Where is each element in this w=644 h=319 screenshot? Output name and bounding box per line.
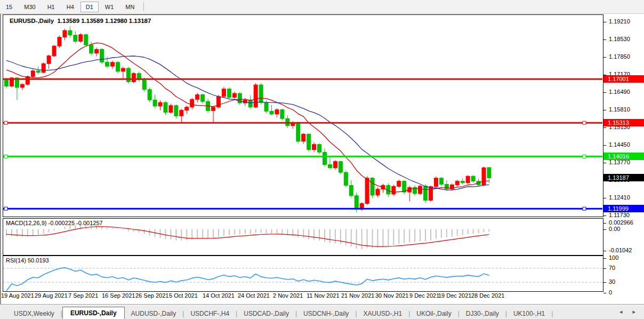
rsi-axis-label: 100 xyxy=(609,254,618,261)
toolbar-timeframe-mn[interactable]: MN xyxy=(120,2,140,12)
rsi-axis-label: 30 xyxy=(609,278,615,285)
chart-tab-usdchf-h4[interactable]: USDCHF-,H4 xyxy=(184,308,236,319)
axis-tick xyxy=(603,57,606,58)
axis-tick xyxy=(603,22,606,22)
date-axis-label: 7 Sep 2021 xyxy=(68,292,98,299)
chart-tab-usdcnh-daily[interactable]: USDCNH-,Daily xyxy=(297,308,355,319)
price-axis-label: 1.11730 xyxy=(609,212,630,218)
date-axis[interactable]: 19 Aug 202129 Aug 20217 Sep 202116 Sep 2… xyxy=(0,292,644,301)
toolbar-timeframe-h4[interactable]: H4 xyxy=(61,2,79,12)
price-axis-label: 1.14450 xyxy=(609,141,630,148)
axis-tick xyxy=(603,268,606,269)
axis-tick xyxy=(603,145,606,146)
level-price-badge: 1.11999 xyxy=(603,205,644,212)
axis-tick xyxy=(603,216,606,216)
chart-title: EURUSD-,Daily 1.13589 1.13589 1.12980 1.… xyxy=(7,18,151,24)
axis-tick xyxy=(603,282,606,283)
date-axis-label: 29 Aug 2021 xyxy=(35,292,68,299)
level-price-badge: 1.14016 xyxy=(603,153,644,160)
axis-tick xyxy=(603,163,606,163)
chart-tab-audusd-daily[interactable]: AUDUSD-,Daily xyxy=(125,308,183,319)
date-axis-label: 5 Oct 2021 xyxy=(169,292,198,299)
main-price-pane[interactable] xyxy=(3,14,603,217)
macd-axis-label: 0.00 xyxy=(609,226,620,232)
axis-tick xyxy=(603,92,606,93)
rsi-indicator-label: RSI(14) 50.0193 xyxy=(6,257,49,264)
chart-symbol-period: EURUSD-,Daily xyxy=(10,18,54,24)
candlestick-canvas[interactable] xyxy=(3,15,602,217)
level-price-badge: 1.17001 xyxy=(603,75,644,83)
date-axis-label: 24 Oct 2021 xyxy=(238,292,270,299)
date-axis-label: 28 Dec 2021 xyxy=(471,292,504,299)
price-axis-label: 1.16490 xyxy=(609,89,630,95)
current-price-badge: 1.13187 xyxy=(603,174,644,181)
trading-terminal-window: 15M30H1H4D1W1MN EURUSD-,Daily 1.13589 1.… xyxy=(0,0,644,319)
date-axis-label: 9 Dec 2021 xyxy=(409,292,439,299)
date-axis-label: 19 Aug 2021 xyxy=(1,292,34,299)
toolbar-timeframe-m30[interactable]: M30 xyxy=(19,2,41,12)
axis-tick xyxy=(603,110,606,110)
macd-values: -0.000225 -0.001257 xyxy=(48,220,102,226)
rsi-value: 50.0193 xyxy=(28,257,49,264)
toolbar-timeframe-h1[interactable]: H1 xyxy=(42,2,60,12)
rsi-pane[interactable] xyxy=(3,256,603,292)
date-axis-label: 14 Oct 2021 xyxy=(203,292,235,299)
date-axis-label: 19 Dec 2021 xyxy=(438,292,471,299)
chart-tab-bar: USDX,Weekly|EURUSD-,DailyAUDUSD-,Daily|U… xyxy=(0,304,644,319)
axis-tick xyxy=(603,251,606,251)
timeframe-toolbar: 15M30H1H4D1W1MN xyxy=(0,0,644,14)
axis-tick xyxy=(603,258,606,259)
date-axis-label: 2 Nov 2021 xyxy=(273,292,303,299)
date-axis-label: 11 Nov 2021 xyxy=(307,292,340,299)
toolbar-separator xyxy=(143,2,144,11)
chart-ohlc-values: 1.13589 1.13589 1.12980 1.13187 xyxy=(57,18,151,24)
axis-tick xyxy=(603,223,606,224)
price-axis-label: 1.15810 xyxy=(609,106,630,113)
date-axis-label: 26 Sep 2021 xyxy=(135,292,168,299)
toolbar-timeframe-w1[interactable]: W1 xyxy=(100,2,119,12)
chart-tab-dj30-daily[interactable]: DJ30-,Daily xyxy=(460,308,505,319)
axis-tick xyxy=(603,229,606,230)
toolbar-timeframe-d1[interactable]: D1 xyxy=(80,2,99,12)
price-axis-label: 1.17850 xyxy=(609,53,630,60)
rsi-canvas[interactable] xyxy=(3,256,602,291)
price-axis[interactable]: 1.192101.185301.178501.171701.164901.158… xyxy=(603,14,644,292)
rsi-axis-label: 70 xyxy=(609,265,615,271)
tab-scroll-arrows[interactable]: ◂ ▸ xyxy=(619,308,640,315)
macd-axis-label: 0.002966 xyxy=(609,219,633,226)
chart-tab-uk100-h1[interactable]: UK100-,H1 xyxy=(507,308,551,319)
macd-axis-label: -0.01042 xyxy=(609,247,632,253)
axis-tick xyxy=(603,127,606,128)
axis-tick xyxy=(603,198,606,198)
level-price-badge: 1.15313 xyxy=(603,119,644,126)
chart-tab-ukoil-daily[interactable]: UKOil-,Daily xyxy=(410,308,457,319)
date-axis-label: 30 Nov 2021 xyxy=(375,292,408,299)
window-left-edge xyxy=(0,14,1,304)
date-axis-label: 16 Sep 2021 xyxy=(102,292,135,299)
chart-tab-usdx-weekly[interactable]: USDX,Weekly xyxy=(7,308,61,319)
toolbar-timeframe-15[interactable]: 15 xyxy=(1,2,18,12)
chart-tab-usdcad-daily[interactable]: USDCAD-,Daily xyxy=(237,308,295,319)
macd-indicator-label: MACD(12,26,9) -0.000225 -0.001257 xyxy=(6,220,103,226)
chart-tab-eurusd-daily[interactable]: EURUSD-,Daily xyxy=(62,307,125,319)
price-axis-label: 1.19210 xyxy=(609,18,630,25)
chart-tab-xauusd-h1[interactable]: XAUUSD-,H1 xyxy=(357,308,409,319)
price-axis-label: 1.12410 xyxy=(609,194,630,201)
price-axis-label: 1.18530 xyxy=(609,36,630,42)
date-axis-label: 21 Nov 2021 xyxy=(341,292,374,299)
tab-separator: | xyxy=(551,310,553,319)
axis-tick xyxy=(603,39,606,40)
